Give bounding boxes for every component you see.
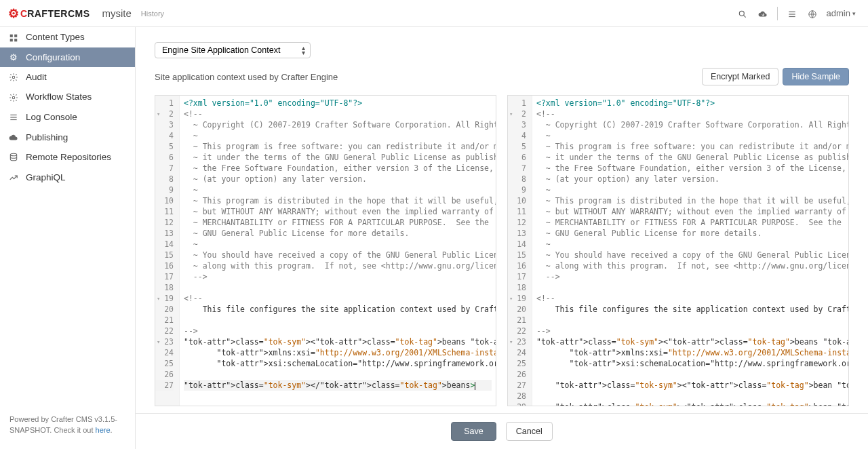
code-line[interactable]: ~ [536,130,844,141]
code-line[interactable]: --> [184,271,492,282]
cloud-download-icon[interactable] [753,7,773,19]
code-line[interactable]: ~ but WITHOUT ANY WARRANTY; without even… [536,206,844,217]
code-line[interactable]: "tok-attr">class="tok-sym"></"tok-attr">… [184,380,492,391]
code-line[interactable] [184,369,492,380]
config-selector[interactable]: Engine Site Application Context [155,42,311,58]
code-line[interactable]: ~ Copyright (C) 2007-2019 Crafter Softwa… [536,119,844,130]
code-line[interactable]: ~ [184,130,492,141]
sidebar-item-label: Publishing [26,132,68,142]
code-line[interactable]: ~ it under the terms of the GNU General … [536,152,844,163]
code-line[interactable]: ~ This program is free software: you can… [536,141,844,152]
code-line[interactable]: ~ (at your option) any later version. [184,174,492,184]
code-line[interactable]: "tok-attr">class="tok-sym"><"tok-attr">c… [536,402,844,406]
brand-logo[interactable]: ⚙ CRAFTERCMS [8,6,90,21]
code-line[interactable]: --> [184,326,492,336]
svg-point-11 [12,96,15,99]
code-line[interactable]: ~ This program is free software: you can… [184,141,492,152]
svg-line-1 [743,15,745,17]
sidebar-item-remote-repositories[interactable]: Remote Repositories [0,147,135,168]
sidebar-item-label: Workflow States [26,92,92,102]
code-line[interactable]: ~ GNU General Public License for more de… [184,228,492,239]
user-label: admin [827,8,850,18]
editor-left[interactable]: 1234567891011121314151617181920212223242… [155,95,496,406]
code-line[interactable]: ~ MERCHANTABILITY or FITNESS FOR A PARTI… [184,217,492,228]
user-menu[interactable]: admin ▾ [823,8,860,18]
svg-point-0 [739,11,744,16]
code-line[interactable]: ~ Copyright (C) 2007-2019 Crafter Softwa… [184,119,492,130]
grid-icon [8,32,19,43]
history-link[interactable]: History [141,9,164,18]
code-line[interactable]: <!-- [184,293,492,304]
globe-icon[interactable] [802,7,823,19]
svg-rect-9 [14,39,17,41]
code-line[interactable]: "tok-attr">xmlns:xsi="http://www.w3.org/… [536,347,844,358]
code-line[interactable]: ~ GNU General Public License for more de… [536,228,844,239]
code-line[interactable]: --> [536,326,844,336]
sidebar-item-audit[interactable]: Audit [0,67,135,87]
code-line[interactable] [536,315,844,326]
code-line[interactable]: "tok-attr">xsi:schemaLocation="http://ww… [536,358,844,369]
code-line[interactable] [536,369,844,380]
code-line[interactable]: --> [536,271,844,282]
sidebar-item-log-console[interactable]: Log Console [0,107,135,128]
sidebar-item-publishing[interactable]: Publishing [0,127,135,147]
code-line[interactable] [536,391,844,402]
code-line[interactable]: This file configures the site applicatio… [536,304,844,315]
cloud-up-icon [8,132,19,142]
code-line[interactable]: ~ [536,239,844,250]
sidebar-item-workflow-states[interactable]: Workflow States [0,87,135,107]
code-line[interactable]: ~ [184,184,492,195]
footer-suffix: . [111,426,113,434]
code-line[interactable]: "tok-attr">class="tok-sym"><"tok-attr">c… [536,380,844,391]
sidebar-item-label: Configuration [26,52,80,62]
code-line[interactable] [536,282,844,293]
save-button[interactable]: Save [451,422,496,441]
top-bar: ⚙ CRAFTERCMS mysite History admin ▾ [0,0,868,27]
list-icon [8,112,19,123]
code-line[interactable]: ~ but WITHOUT ANY WARRANTY; without even… [184,206,492,217]
code-line[interactable]: ~ You should have received a copy of the… [184,250,492,260]
sidebar-item-graphiql[interactable]: GraphiQL [0,167,135,187]
code-line[interactable]: "tok-attr">class="tok-sym"><"tok-attr">c… [536,336,844,347]
code-line[interactable]: <!-- [536,109,844,119]
database-icon [8,152,19,163]
code-line[interactable]: ~ MERCHANTABILITY or FITNESS FOR A PARTI… [536,217,844,228]
encrypt-marked-button[interactable]: Encrypt Marked [702,68,779,85]
code-line[interactable]: ~ [184,239,492,250]
chart-icon [8,172,19,182]
code-line[interactable]: ~ the Free Software Foundation, either v… [184,163,492,174]
sidebar: Content Types⚙ConfigurationAuditWorkflow… [0,27,136,449]
code-line[interactable]: "tok-attr">xmlns:xsi="http://www.w3.org/… [184,347,492,358]
sidebar-item-label: Audit [26,72,47,82]
code-line[interactable]: ~ (at your option) any later version. [536,174,844,184]
hide-sample-button[interactable]: Hide Sample [783,68,849,85]
code-line[interactable]: <?xml version="1.0" encoding="UTF-8"?> [536,98,844,109]
code-line[interactable]: ~ This program is distributed in the hop… [184,195,492,206]
menu-icon[interactable] [782,7,802,19]
code-line[interactable]: ~ [536,184,844,195]
site-name[interactable]: mysite [102,7,132,19]
code-line[interactable]: This file configures the site applicatio… [184,304,492,315]
code-line[interactable]: ~ along with this program. If not, see <… [184,260,492,271]
svg-point-15 [10,154,16,157]
code-line[interactable]: <!-- [184,109,492,119]
code-line[interactable]: ~ the Free Software Foundation, either v… [536,163,844,174]
code-line[interactable]: ~ it under the terms of the GNU General … [184,152,492,163]
sidebar-item-content-types[interactable]: Content Types [0,27,135,47]
footer-link[interactable]: here [96,426,111,434]
code-line[interactable]: <?xml version="1.0" encoding="UTF-8"?> [184,98,492,109]
code-line[interactable]: "tok-attr">class="tok-sym"><"tok-attr">c… [184,336,492,347]
cancel-button[interactable]: Cancel [506,422,553,441]
code-line[interactable] [184,282,492,293]
editor-right[interactable]: 1234567891011121314151617181920212223242… [507,95,849,406]
code-line[interactable]: <!-- [536,293,844,304]
code-line[interactable]: ~ along with this program. If not, see <… [536,260,844,271]
sidebar-footer: Powered by Crafter CMS v3.1.5-SNAPSHOT. … [0,408,135,449]
code-line[interactable]: ~ You should have received a copy of the… [536,250,844,260]
code-line[interactable] [184,315,492,326]
sidebar-item-configuration[interactable]: ⚙Configuration [0,47,135,67]
search-icon[interactable] [732,7,753,19]
code-line[interactable]: ~ This program is distributed in the hop… [536,195,844,206]
code-line[interactable]: "tok-attr">xsi:schemaLocation="http://ww… [184,358,492,369]
sidebar-item-label: Content Types [26,32,85,42]
